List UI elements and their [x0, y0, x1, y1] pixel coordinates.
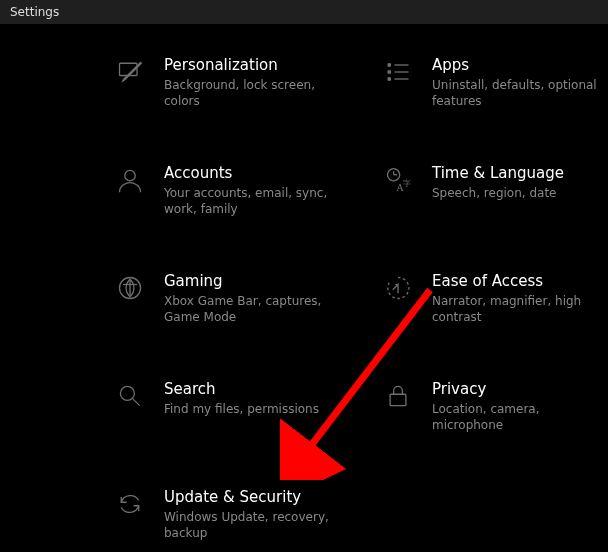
category-label: Update & Security: [164, 488, 339, 507]
category-label: Time & Language: [432, 164, 564, 183]
category-time-language[interactable]: A 字 Time & Language Speech, region, date: [382, 164, 564, 201]
category-label: Apps: [432, 56, 607, 75]
category-desc: Narrator, magnifier, high contrast: [432, 293, 607, 325]
category-gaming[interactable]: Gaming Xbox Game Bar, captures, Game Mod…: [114, 272, 339, 325]
accounts-icon: [114, 164, 146, 196]
category-label: Search: [164, 380, 319, 399]
svg-line-15: [133, 399, 140, 406]
category-desc: Uninstall, defaults, optional features: [432, 77, 607, 109]
window-title: Settings: [10, 5, 59, 19]
category-ease-of-access[interactable]: Ease of Access Narrator, magnifier, high…: [382, 272, 607, 325]
category-label: Privacy: [432, 380, 607, 399]
svg-text:字: 字: [403, 179, 411, 188]
time-language-icon: A 字: [382, 164, 414, 196]
svg-rect-3: [388, 77, 392, 81]
category-text: Apps Uninstall, defaults, optional featu…: [432, 56, 607, 109]
category-personalization[interactable]: Personalization Background, lock screen,…: [114, 56, 339, 109]
category-text: Ease of Access Narrator, magnifier, high…: [432, 272, 607, 325]
category-desc: Background, lock screen, colors: [164, 77, 339, 109]
gaming-icon: [114, 272, 146, 304]
category-label: Ease of Access: [432, 272, 607, 291]
category-desc: Xbox Game Bar, captures, Game Mode: [164, 293, 339, 325]
category-update-security[interactable]: Update & Security Windows Update, recove…: [114, 488, 339, 541]
window-titlebar: Settings: [0, 0, 608, 25]
category-label: Personalization: [164, 56, 339, 75]
privacy-icon: [382, 380, 414, 412]
svg-rect-2: [388, 70, 392, 74]
category-desc: Location, camera, microphone: [432, 401, 607, 433]
settings-category-grid: Personalization Background, lock screen,…: [0, 24, 608, 552]
category-search[interactable]: Search Find my files, permissions: [114, 380, 319, 417]
svg-point-14: [120, 386, 134, 400]
category-desc: Speech, region, date: [432, 185, 564, 201]
category-desc: Windows Update, recovery, backup: [164, 509, 339, 541]
category-label: Accounts: [164, 164, 339, 183]
category-text: Accounts Your accounts, email, sync, wor…: [164, 164, 339, 217]
category-label: Gaming: [164, 272, 339, 291]
category-desc: Find my files, permissions: [164, 401, 319, 417]
category-text: Privacy Location, camera, microphone: [432, 380, 607, 433]
svg-rect-16: [390, 394, 406, 405]
update-security-icon: [114, 488, 146, 520]
personalization-icon: [114, 56, 146, 88]
category-accounts[interactable]: Accounts Your accounts, email, sync, wor…: [114, 164, 339, 217]
ease-of-access-icon: [382, 272, 414, 304]
category-apps[interactable]: Apps Uninstall, defaults, optional featu…: [382, 56, 607, 109]
svg-point-7: [125, 170, 136, 181]
search-icon: [114, 380, 146, 412]
category-text: Search Find my files, permissions: [164, 380, 319, 417]
category-text: Update & Security Windows Update, recove…: [164, 488, 339, 541]
category-text: Personalization Background, lock screen,…: [164, 56, 339, 109]
category-text: Time & Language Speech, region, date: [432, 164, 564, 201]
apps-icon: [382, 56, 414, 88]
category-text: Gaming Xbox Game Bar, captures, Game Mod…: [164, 272, 339, 325]
category-desc: Your accounts, email, sync, work, family: [164, 185, 339, 217]
svg-rect-1: [388, 63, 392, 67]
category-privacy[interactable]: Privacy Location, camera, microphone: [382, 380, 607, 433]
